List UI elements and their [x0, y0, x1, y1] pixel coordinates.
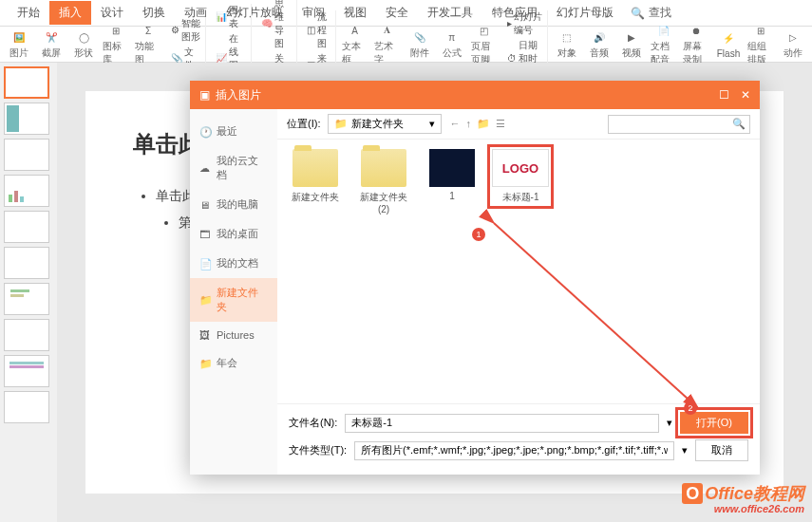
- thumbnail-8[interactable]: [4, 319, 49, 351]
- grid-icon: ⊞: [107, 22, 124, 39]
- annotation-badge-1: 1: [472, 228, 485, 241]
- thumbnail-9[interactable]: [4, 355, 49, 387]
- insert-picture-dialog: ▣ 插入图片 ☐ ✕ 🕐最近 ☁我的云文档 🖥我的电脑 🗔我的桌面 📄我的文档 …: [190, 81, 760, 475]
- thumbnail-6[interactable]: [4, 247, 49, 279]
- sidebar-desktop[interactable]: 🗔我的桌面: [190, 219, 277, 249]
- tool-video[interactable]: ▶视频: [618, 28, 645, 60]
- search-input[interactable]: 🔍: [608, 115, 750, 134]
- pic-icon: 🖼: [199, 329, 211, 341]
- sidebar-documents[interactable]: 📄我的文档: [190, 249, 277, 278]
- tool-slidenum[interactable]: ▸ 幻灯片编号: [507, 10, 543, 37]
- tool-smartart[interactable]: ⚙ 智能图形: [171, 17, 201, 44]
- textbox-icon: A: [347, 22, 364, 39]
- file-folder-2[interactable]: 新建文件夹 (2): [355, 149, 412, 214]
- nav-up-icon[interactable]: ↑: [465, 118, 471, 130]
- tool-screenshot[interactable]: ✂️截屏: [38, 28, 65, 60]
- sidebar-cloud[interactable]: ☁我的云文档: [190, 146, 277, 190]
- tool-attachment[interactable]: 📎附件: [406, 28, 433, 60]
- folder-icon: 📁: [199, 294, 211, 306]
- annotation-badge-2: 2: [684, 401, 697, 415]
- video-icon: ▶: [623, 28, 640, 46]
- tab-insert[interactable]: 插入: [49, 1, 91, 25]
- shapes-icon: ◯: [75, 28, 92, 46]
- folder-small-icon: 📁: [334, 118, 348, 130]
- tool-object[interactable]: ⬚对象: [554, 28, 580, 60]
- path-label: 位置(I):: [287, 117, 320, 131]
- tool-shapes[interactable]: ◯形状: [70, 28, 97, 60]
- tool-chart[interactable]: 📊 图表: [216, 4, 247, 30]
- tool-flash[interactable]: ⚡Flash: [715, 30, 742, 59]
- image-thumbnail: [429, 149, 475, 187]
- picture-icon: 🖼️: [10, 28, 28, 46]
- file-logo[interactable]: LOGO 未标题-1: [492, 149, 549, 204]
- mic-icon: 📄: [655, 22, 672, 39]
- rec-icon: ⏺: [688, 22, 705, 39]
- filetype-input[interactable]: [354, 441, 674, 460]
- sidebar-newfolder[interactable]: 📁新建文件夹: [190, 278, 277, 322]
- tool-function[interactable]: Σ功能图: [135, 22, 161, 66]
- thumbnail-7[interactable]: [4, 283, 49, 315]
- calendar-icon: 📁: [199, 358, 211, 369]
- sidebar-pictures[interactable]: 🖼Pictures: [190, 322, 277, 348]
- filename-label: 文件名(N):: [289, 416, 337, 430]
- tool-mindmap[interactable]: 🧠 思维导图: [261, 0, 293, 50]
- filename-input[interactable]: [345, 414, 659, 433]
- ribbon-toolbar: 🖼️图片 ✂️截屏 ◯形状 ⊞图标库 Σ功能图 ⚙ 智能图形 📎 文件 📊 图表…: [0, 27, 812, 63]
- desktop-icon: 🗔: [199, 229, 211, 240]
- pc-icon: 🖥: [199, 199, 211, 211]
- tool-headerfooter[interactable]: ◰页眉页脚: [471, 22, 498, 66]
- cancel-button[interactable]: 取消: [695, 439, 748, 461]
- tab-start[interactable]: 开始: [8, 1, 49, 25]
- tab-master[interactable]: 幻灯片母版: [547, 1, 623, 25]
- tool-textbox[interactable]: A文本框: [342, 22, 368, 66]
- tool-picture[interactable]: 🖼️图片: [6, 28, 32, 60]
- filetype-dropdown[interactable]: ▾: [682, 444, 688, 457]
- open-button[interactable]: 打开(O): [680, 412, 748, 434]
- sidebar-recent[interactable]: 🕐最近: [190, 117, 277, 146]
- close-icon[interactable]: ✕: [741, 88, 750, 102]
- file-grid: 新建文件夹 新建文件夹 (2) 1 LOGO 未标题-1: [277, 140, 760, 403]
- file-image-1[interactable]: 1: [424, 149, 481, 201]
- flash-icon: ⚡: [720, 30, 737, 47]
- search-button[interactable]: 🔍 查找: [631, 5, 671, 21]
- search-label: 查找: [649, 5, 671, 21]
- clock-icon: 🕐: [199, 126, 211, 138]
- dialog-titlebar[interactable]: ▣ 插入图片 ☐ ✕: [190, 81, 760, 109]
- thumbnail-2[interactable]: [4, 103, 49, 135]
- doc-icon: 📄: [199, 258, 211, 270]
- header-icon: ◰: [476, 22, 493, 39]
- thumbnail-4[interactable]: [4, 175, 49, 207]
- sidebar-computer[interactable]: 🖥我的电脑: [190, 190, 277, 219]
- watermark: OOffice教程网 www.office26.com: [682, 483, 804, 514]
- path-dropdown[interactable]: 📁 新建文件夹 ▾: [328, 114, 442, 134]
- thumbnail-5[interactable]: [4, 211, 49, 243]
- filename-dropdown[interactable]: ▾: [667, 417, 672, 429]
- app-icon: ▣: [199, 88, 210, 102]
- search-icon: 🔍: [631, 7, 645, 20]
- layout-icon: ⊞: [752, 22, 769, 39]
- thumbnail-1[interactable]: [4, 66, 49, 99]
- thumbnail-3[interactable]: [4, 139, 49, 171]
- audio-icon: 🔊: [591, 28, 608, 46]
- tool-layout[interactable]: ⊞组组排版: [747, 22, 774, 66]
- tool-formula[interactable]: π公式: [439, 28, 465, 60]
- slide-thumbnails: [0, 63, 57, 522]
- sidebar-annual[interactable]: 📁年会: [190, 348, 277, 378]
- thumbnail-10[interactable]: [4, 391, 49, 423]
- tool-action[interactable]: ▷动作: [780, 28, 806, 60]
- tool-iconlib[interactable]: ⊞图标库: [103, 22, 129, 66]
- path-bar: 位置(I): 📁 新建文件夹 ▾ ← ↑ 📁 ☰ 🔍: [277, 109, 760, 140]
- tool-flowchart[interactable]: ◫ 流程图: [307, 10, 330, 50]
- folder-icon: [361, 149, 406, 187]
- view-icon[interactable]: ☰: [496, 118, 505, 130]
- pi-icon: π: [444, 28, 461, 46]
- folder-icon: [293, 149, 338, 187]
- tool-audio[interactable]: 🔊音频: [586, 28, 613, 60]
- tool-dubbing[interactable]: 📄文档配音: [651, 22, 677, 66]
- file-folder-1[interactable]: 新建文件夹: [287, 149, 344, 204]
- nav-back-icon[interactable]: ←: [449, 118, 460, 130]
- new-folder-icon[interactable]: 📁: [477, 118, 490, 130]
- maximize-icon[interactable]: ☐: [719, 88, 729, 102]
- tool-screenrec[interactable]: ⏺屏幕录制: [683, 22, 709, 66]
- tool-wordart[interactable]: 𝐀艺术字: [374, 22, 401, 66]
